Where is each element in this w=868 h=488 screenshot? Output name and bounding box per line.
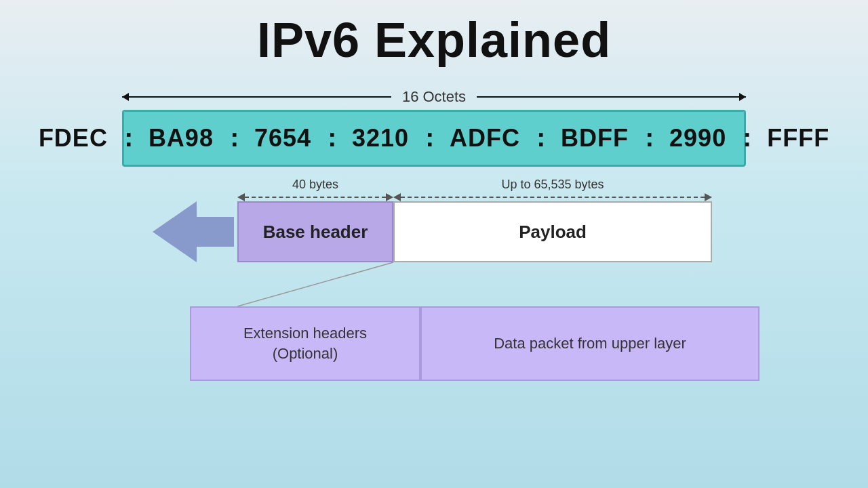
- big-arrow-body: [197, 217, 234, 247]
- base-dashed-arrow-right: [386, 193, 393, 201]
- ext-headers-box: Extension headers(Optional): [190, 306, 420, 381]
- dashed-arrow-base: [237, 193, 393, 201]
- data-packet-label: Data packet from upper layer: [494, 333, 686, 354]
- big-left-arrow-wrapper: [153, 201, 234, 262]
- ipv6-segment-2: 7654: [248, 121, 318, 155]
- octets-section: 16 Octets FDEC：BA98：7654：3210：ADFC：BDFF：…: [122, 88, 746, 167]
- main-container: IPv6 Explained 16 Octets FDEC：BA98：7654：…: [0, 0, 868, 488]
- payload-dashed-arrow-left: [393, 193, 401, 201]
- expansion-area: Extension headers(Optional) Data packet …: [237, 262, 712, 381]
- ipv6-colon-6: ：: [733, 122, 760, 155]
- base-header-label: Base header: [263, 222, 368, 243]
- dashed-arrows-row: [237, 193, 712, 201]
- ipv6-segment-7: FFFF: [760, 121, 836, 155]
- payload-bytes-label: Up to 65,535 bytes: [393, 178, 712, 192]
- payload-dashed-arrow-right: [705, 193, 712, 201]
- octets-label: 16 Octets: [391, 88, 477, 106]
- packet-boxes-container: Base header Payload: [237, 201, 712, 262]
- payload-dashed-line: [401, 197, 705, 198]
- ext-headers-label: Extension headers(Optional): [243, 323, 367, 363]
- svg-line-0: [237, 262, 393, 306]
- ipv6-segment-0: FDEC: [32, 121, 115, 155]
- ipv6-segment-5: BDFF: [554, 121, 635, 155]
- octets-arrow-row: 16 Octets: [122, 88, 746, 106]
- ipv6-colon-5: ：: [635, 122, 663, 155]
- base-header-box: Base header: [237, 201, 393, 262]
- payload-label: Payload: [519, 222, 587, 243]
- bytes-labels-row: 40 bytes Up to 65,535 bytes: [237, 178, 712, 192]
- ipv6-colon-1: ：: [220, 122, 248, 155]
- all-diagram: 40 bytes Up to 65,535 bytes: [156, 178, 712, 381]
- payload-box: Payload: [393, 201, 712, 262]
- connector-svg: [237, 262, 712, 306]
- octets-arrow-line-left: [122, 96, 391, 98]
- ipv6-segment-4: ADFC: [443, 121, 527, 155]
- ipv6-colon-2: ：: [318, 122, 345, 155]
- base-dashed-arrow-left: [237, 193, 245, 201]
- ipv6-colon-0: ：: [115, 122, 142, 155]
- octets-arrow-line-right: [477, 96, 746, 98]
- packet-and-expansion: 40 bytes Up to 65,535 bytes: [237, 178, 712, 381]
- ipv6-segment-3: 3210: [345, 121, 416, 155]
- base-dashed-line: [245, 197, 386, 198]
- ipv6-address-box: FDEC：BA98：7654：3210：ADFC：BDFF：2990：FFFF: [122, 110, 746, 167]
- big-arrow-head: [153, 201, 197, 262]
- data-packet-box: Data packet from upper layer: [420, 306, 760, 381]
- ipv6-segment-1: BA98: [142, 121, 220, 155]
- dashed-arrow-payload: [393, 193, 712, 201]
- base-bytes-label: 40 bytes: [237, 178, 393, 192]
- ipv6-colon-4: ：: [527, 122, 554, 155]
- expansion-boxes-row: Extension headers(Optional) Data packet …: [190, 306, 760, 381]
- page-title: IPv6 Explained: [257, 12, 611, 68]
- ipv6-segment-6: 2990: [663, 121, 733, 155]
- ipv6-colon-3: ：: [416, 122, 443, 155]
